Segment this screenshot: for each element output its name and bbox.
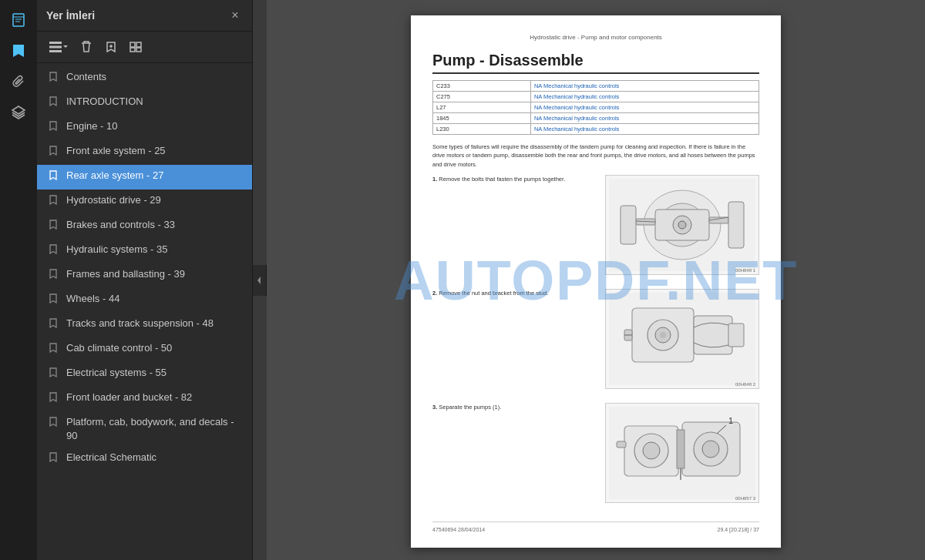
- pdf-page-header: Hydrostatic drive - Pump and motor compo…: [432, 34, 759, 44]
- bookmark-icon-front-loader: [49, 392, 60, 406]
- collapse-sidebar-button[interactable]: [253, 265, 267, 296]
- figure-2: 00H648 2: [605, 289, 759, 389]
- step-2-block: 00H648 2 2. Remove the nut and bracket f…: [432, 289, 759, 395]
- sidebar-item-wheels[interactable]: Wheels - 44: [37, 288, 252, 313]
- bookmark-icon-hydraulic: [49, 244, 60, 258]
- svg-rect-7: [136, 48, 141, 52]
- svg-rect-38: [677, 430, 684, 468]
- table-row: C233NA Mechanical hydraulic controls: [433, 81, 759, 92]
- bookmark-icon-frames: [49, 269, 60, 283]
- pdf-footer: 47540694 28/04/2014 29.4 [20.218] / 37: [432, 521, 759, 532]
- svg-point-33: [643, 442, 660, 459]
- svg-rect-0: [13, 14, 24, 26]
- bookmark-icon-contents: [49, 72, 60, 86]
- sidebar-header: Yer İmleri ×: [37, 0, 252, 32]
- sidebar-item-front-axle[interactable]: Front axle system - 25: [37, 140, 252, 165]
- sidebar-item-frames[interactable]: Frames and ballasting - 39: [37, 263, 252, 288]
- figure-3-label: 00H657 3: [735, 496, 755, 501]
- bookmark-list: Contents INTRODUCTION Engine - 10 Front …: [37, 63, 252, 560]
- svg-rect-22: [694, 316, 732, 354]
- pdf-intro-text: Some types of failures will require the …: [432, 143, 759, 169]
- sidebar-item-brakes[interactable]: Brakes and controls - 33: [37, 214, 252, 239]
- sidebar-toolbar: [37, 32, 252, 63]
- sidebar-item-electrical[interactable]: Electrical systems - 55: [37, 362, 252, 387]
- svg-point-25: [660, 332, 666, 338]
- svg-rect-26: [728, 324, 744, 347]
- pdf-section-title: Pump - Disassemble: [432, 52, 759, 74]
- sidebar-item-cab-climate[interactable]: Cab climate control - 50: [37, 337, 252, 362]
- sidebar-panel: Yer İmleri × Contents INTRODUCTION Engi: [37, 0, 253, 560]
- figure-1-label: 00H648 1: [735, 268, 755, 273]
- svg-rect-5: [136, 42, 141, 47]
- sidebar-item-contents[interactable]: Contents: [37, 66, 252, 91]
- collapse-sidebar-wrapper: [253, 265, 267, 296]
- close-button[interactable]: ×: [227, 8, 243, 23]
- step-3-block: 1 00H657 3 3. Separate the pumps (1).: [432, 403, 759, 509]
- bookmark-icon-intro: [49, 96, 60, 110]
- bookmark-icon-hydrostatic: [49, 195, 60, 209]
- svg-rect-2: [49, 46, 62, 49]
- sidebar-title: Yer İmleri: [46, 9, 95, 22]
- bookmark-icon-front-axle: [49, 146, 60, 159]
- manage-bookmarks-button[interactable]: [125, 36, 146, 58]
- svg-point-35: [702, 441, 719, 458]
- figure-3: 1 00H657 3: [605, 403, 759, 503]
- table-row: L27NA Mechanical hydraulic controls: [433, 102, 759, 113]
- model-table: C233NA Mechanical hydraulic controlsC275…: [432, 80, 759, 135]
- sidebar-item-hydrostatic[interactable]: Hydrostatic drive - 29: [37, 189, 252, 214]
- sidebar-item-hydraulic[interactable]: Hydraulic systems - 35: [37, 239, 252, 263]
- table-row: L230NA Mechanical hydraulic controls: [433, 124, 759, 135]
- svg-rect-17: [621, 206, 636, 244]
- pdf-footer-right: 29.4 [20.218] / 37: [718, 527, 760, 532]
- sidebar-item-platform[interactable]: Platform, cab, bodywork, and decals - 90: [37, 411, 252, 447]
- bookmark-icon-tracks: [49, 318, 60, 332]
- sidebar-item-elec-schematic[interactable]: Electrical Schematic: [37, 447, 252, 471]
- sidebar-item-front-loader[interactable]: Front loader and bucket - 82: [37, 387, 252, 411]
- add-bookmark-button[interactable]: [100, 36, 122, 58]
- sidebar-item-engine[interactable]: Engine - 10: [37, 116, 252, 140]
- svg-rect-12: [709, 217, 728, 223]
- layers-icon[interactable]: [5, 99, 32, 126]
- svg-rect-4: [130, 42, 135, 47]
- list-view-button[interactable]: [45, 36, 72, 58]
- bookmark-icon-electrical: [49, 367, 60, 381]
- step-1-block: 00H648 1 1. Remove the bolts that fasten…: [432, 175, 759, 281]
- bookmark-icon-elec-schematic: [49, 452, 60, 466]
- bookmark-icon-platform: [49, 417, 60, 431]
- svg-rect-16: [728, 202, 744, 248]
- bookmarks-toolbar-icon[interactable]: [5, 6, 32, 34]
- figure-1: 00H648 1: [605, 175, 759, 275]
- figure-2-label: 00H648 2: [735, 382, 755, 387]
- svg-rect-40: [617, 441, 626, 448]
- svg-point-15: [678, 221, 686, 229]
- bookmark-icon-engine: [49, 121, 60, 135]
- bookmark-flag-icon[interactable]: [5, 37, 32, 65]
- sidebar-item-introduction[interactable]: INTRODUCTION: [37, 91, 252, 116]
- sidebar-item-tracks[interactable]: Tracks and track suspension - 48: [37, 313, 252, 337]
- pdf-page: Hydrostatic drive - Pump and motor compo…: [411, 15, 781, 548]
- bookmark-icon-cab-climate: [49, 343, 60, 357]
- left-toolbar: [0, 0, 37, 560]
- delete-bookmark-button[interactable]: [76, 36, 97, 58]
- bookmark-icon-brakes: [49, 220, 60, 233]
- main-content: AUTOPDF.NET Hydrostatic drive - Pump and…: [267, 0, 925, 560]
- sidebar-item-rear-axle[interactable]: Rear axle system - 27: [37, 165, 252, 189]
- pdf-footer-left: 47540694 28/04/2014: [432, 527, 485, 532]
- page-container[interactable]: AUTOPDF.NET Hydrostatic drive - Pump and…: [267, 0, 925, 560]
- svg-rect-6: [130, 48, 135, 52]
- paperclip-icon[interactable]: [5, 68, 32, 96]
- bookmark-icon-rear-axle: [49, 170, 60, 184]
- svg-text:1: 1: [728, 416, 733, 425]
- bookmark-icon-wheels: [49, 293, 60, 307]
- svg-rect-3: [49, 50, 62, 52]
- table-row: 1845NA Mechanical hydraulic controls: [433, 113, 759, 124]
- svg-rect-1: [49, 42, 62, 44]
- table-row: C275NA Mechanical hydraulic controls: [433, 92, 759, 102]
